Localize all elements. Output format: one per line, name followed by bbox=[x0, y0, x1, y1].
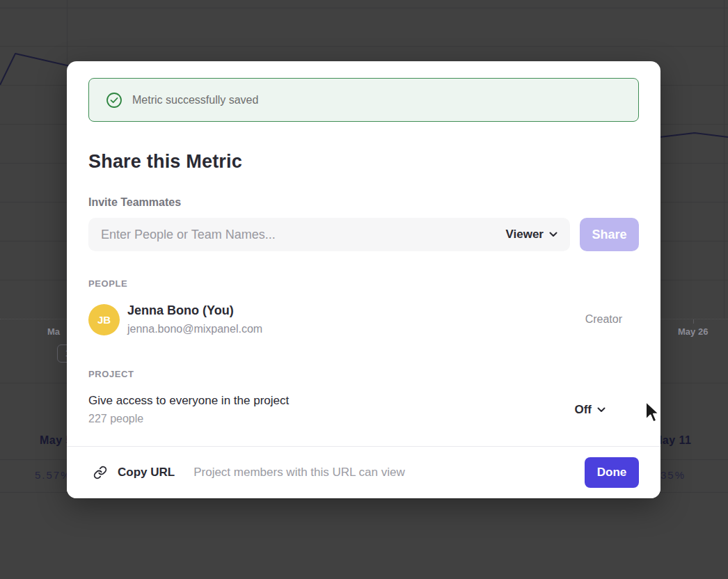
modal-footer: Copy URL Project members with this URL c… bbox=[67, 446, 660, 498]
share-metric-modal: Metric successfully saved Share this Met… bbox=[67, 61, 660, 498]
link-icon bbox=[93, 466, 107, 479]
invite-input[interactable] bbox=[101, 228, 505, 242]
project-section-header: PROJECT bbox=[88, 369, 639, 379]
project-access-title: Give access to everyone in the project bbox=[88, 394, 574, 408]
role-dropdown-value: Viewer bbox=[505, 228, 544, 241]
copy-url-button[interactable]: Copy URL bbox=[93, 466, 175, 479]
project-access-row: Give access to everyone in the project 2… bbox=[88, 394, 639, 425]
person-email: jenna.bono@mixpanel.com bbox=[127, 323, 585, 335]
copy-url-hint: Project members with this URL can view bbox=[193, 466, 585, 479]
person-name: Jenna Bono (You) bbox=[127, 303, 585, 318]
banner-message: Metric successfully saved bbox=[132, 94, 258, 106]
invite-row: Viewer Share bbox=[88, 218, 639, 251]
table-cell-value: 35% bbox=[660, 469, 686, 481]
chevron-down-icon bbox=[549, 232, 557, 237]
copy-url-label: Copy URL bbox=[118, 466, 175, 479]
invite-input-container: Viewer bbox=[88, 218, 570, 251]
success-banner: Metric successfully saved bbox=[88, 78, 639, 122]
project-access-info: Give access to everyone in the project 2… bbox=[88, 394, 574, 425]
project-access-dropdown[interactable]: Off bbox=[574, 403, 606, 417]
role-dropdown[interactable]: Viewer bbox=[505, 228, 557, 241]
x-axis-label: May 26 bbox=[678, 326, 708, 337]
mouse-cursor bbox=[644, 400, 660, 427]
project-access-dropdown-value: Off bbox=[574, 403, 592, 417]
people-section-header: PEOPLE bbox=[88, 278, 639, 289]
done-button[interactable]: Done bbox=[585, 457, 639, 488]
chevron-down-icon bbox=[597, 407, 606, 413]
x-axis-label: Ma bbox=[47, 326, 60, 337]
invite-teammates-label: Invite Teammates bbox=[88, 196, 639, 209]
person-info: Jenna Bono (You) jenna.bono@mixpanel.com bbox=[127, 303, 585, 335]
avatar: JB bbox=[88, 304, 120, 335]
share-button[interactable]: Share bbox=[580, 218, 639, 251]
table-cell-value: 5.57% bbox=[35, 469, 72, 481]
person-role: Creator bbox=[585, 313, 622, 326]
person-row: JB Jenna Bono (You) jenna.bono@mixpanel.… bbox=[88, 303, 639, 335]
project-member-count: 227 people bbox=[88, 413, 574, 425]
check-circle-icon bbox=[106, 92, 122, 109]
page-title: Share this Metric bbox=[88, 151, 639, 173]
